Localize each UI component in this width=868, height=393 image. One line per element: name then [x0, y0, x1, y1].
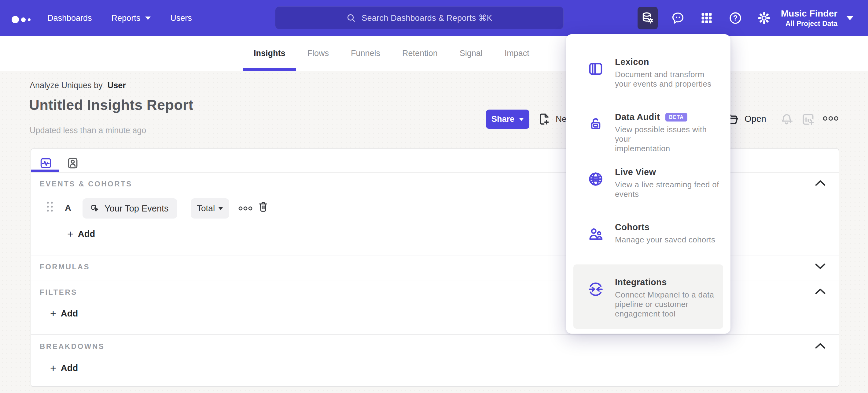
analyze-by-label: Analyze Uniques by — [30, 81, 103, 90]
integrations-sync-icon — [587, 281, 604, 298]
report-tabs: InsightsFlowsFunnelsRetentionSignalImpac… — [254, 36, 529, 71]
section-label-events: EVENTS & COHORTS — [40, 180, 132, 188]
search-icon — [346, 13, 356, 23]
lexicon-book-icon — [587, 61, 604, 77]
globe-icon — [587, 171, 604, 187]
gear-icon — [757, 11, 771, 25]
collapse-filters-chevron[interactable] — [814, 287, 827, 296]
project-caret-icon[interactable] — [847, 16, 853, 20]
event-click-icon — [90, 203, 100, 213]
menu-item-description: Manage your saved cohorts — [615, 235, 722, 245]
drag-handle-icon[interactable] — [46, 200, 54, 214]
event-selector-button[interactable]: Your Top Events — [83, 198, 177, 219]
delete-event-row-button[interactable] — [257, 200, 269, 213]
report-content: Analyze Uniques byUser Untitled Insights… — [0, 71, 868, 393]
aggregation-caret-icon — [218, 207, 223, 210]
section-label-breakdowns: BREAKDOWNS — [40, 342, 104, 351]
tab-chart-view[interactable] — [39, 157, 53, 170]
updated-timestamp: Updated less than a minute ago — [30, 126, 146, 135]
share-button[interactable]: Share — [486, 110, 529, 129]
aggregation-selector-button[interactable]: Total — [191, 198, 229, 219]
menu-item-data-audit[interactable]: Data AuditBETAView possible issues with … — [574, 108, 723, 164]
help-button[interactable]: ? — [728, 11, 742, 25]
nav-link-label: Users — [170, 13, 192, 23]
insights-pulse-icon — [39, 157, 53, 170]
profile-card-icon — [66, 157, 80, 170]
share-label: Share — [492, 114, 515, 124]
analyze-by-value[interactable]: User — [107, 81, 126, 90]
page-title[interactable]: Untitled Insights Report — [29, 96, 193, 113]
top-navbar: DashboardsReportsUsers Search Dashboards… — [0, 0, 868, 36]
plus-icon: + — [50, 308, 56, 319]
menu-item-live-view[interactable]: Live ViewView a live streaming feed of e… — [574, 164, 723, 219]
tab-signal[interactable]: Signal — [460, 36, 483, 71]
add-to-dashboard-button[interactable] — [801, 112, 815, 128]
create-alert-button[interactable] — [779, 112, 794, 128]
nav-link-label: Dashboards — [48, 13, 92, 23]
menu-item-title: Live View — [615, 167, 656, 177]
nav-link-dashboards[interactable]: Dashboards — [48, 13, 92, 23]
project-scope: All Project Data — [785, 19, 837, 28]
share-caret-icon — [519, 118, 524, 121]
plus-icon: + — [50, 363, 56, 373]
lock-audit-icon — [587, 116, 604, 132]
menu-item-lexicon[interactable]: LexiconDocument and transform your event… — [574, 53, 723, 108]
primary-nav: DashboardsReportsUsers — [48, 0, 192, 36]
chevron-down-icon — [145, 17, 151, 20]
menu-item-description: Document and transform your events and p… — [615, 70, 722, 89]
add-filter-button[interactable]: + Add — [50, 308, 78, 319]
menu-item-title: Integrations — [615, 277, 667, 287]
chart-plus-icon — [801, 112, 815, 127]
nav-link-reports[interactable]: Reports — [112, 13, 151, 23]
tab-flows[interactable]: Flows — [307, 36, 329, 71]
collapse-formulas-chevron[interactable] — [814, 262, 827, 270]
menu-item-title: Cohorts — [615, 222, 649, 232]
menu-item-integrations[interactable]: IntegrationsConnect Mixpanel to a data p… — [574, 264, 723, 329]
nav-link-users[interactable]: Users — [170, 13, 192, 23]
menu-item-description: Connect Mixpanel to a data pipeline or c… — [615, 290, 722, 319]
trash-icon — [257, 200, 269, 213]
menu-item-text: LexiconDocument and transform your event… — [615, 57, 722, 89]
apps-grid-icon — [700, 11, 714, 25]
menu-item-text: IntegrationsConnect Mixpanel to a data p… — [615, 277, 722, 319]
plus-icon: + — [67, 229, 73, 239]
menu-item-title: Data Audit — [615, 112, 660, 122]
bell-plus-icon — [779, 112, 794, 127]
tab-impact[interactable]: Impact — [505, 36, 529, 71]
apps-grid-button[interactable] — [700, 11, 714, 25]
menu-item-title: Lexicon — [615, 57, 649, 67]
menu-item-description: View a live streaming feed of events — [615, 180, 722, 199]
event-row-letter: A — [65, 203, 71, 213]
add-breakdown-label: Add — [61, 363, 78, 373]
tab-insights[interactable]: Insights — [254, 36, 285, 71]
more-actions-button[interactable] — [823, 116, 839, 122]
data-management-button[interactable] — [638, 7, 658, 29]
open-report-label: Open — [745, 114, 766, 124]
event-row-more-button[interactable] — [238, 206, 252, 212]
new-report-button[interactable]: New — [537, 112, 567, 126]
tab-funnels[interactable]: Funnels — [351, 36, 380, 71]
search-placeholder: Search Dashboards & Reports ⌘K — [362, 13, 492, 23]
analyze-by-line[interactable]: Analyze Uniques byUser — [30, 81, 126, 90]
database-gear-icon — [641, 11, 655, 25]
feedback-button[interactable] — [671, 11, 685, 25]
tab-profiles-view[interactable] — [66, 157, 80, 170]
add-event-button[interactable]: + Add — [67, 229, 95, 239]
svg-text:?: ? — [733, 14, 738, 22]
data-management-menu: LexiconDocument and transform your event… — [566, 34, 731, 334]
search-input[interactable]: Search Dashboards & Reports ⌘K — [275, 6, 564, 29]
cohorts-people-icon — [587, 226, 604, 243]
collapse-events-chevron[interactable] — [814, 179, 827, 187]
aggregation-value: Total — [197, 203, 215, 213]
menu-item-text: CohortsManage your saved cohorts — [615, 222, 722, 245]
collapse-breakdowns-chevron[interactable] — [814, 342, 827, 350]
mixpanel-logo-icon[interactable] — [11, 15, 33, 25]
event-name: Your Top Events — [104, 203, 169, 214]
tab-retention[interactable]: Retention — [402, 36, 438, 71]
settings-button[interactable] — [757, 11, 771, 25]
project-switcher[interactable]: Music Finder All Project Data — [781, 0, 837, 36]
beta-badge: BETA — [665, 113, 687, 121]
add-breakdown-button[interactable]: + Add — [50, 363, 78, 373]
menu-item-description: View possible issues with your implement… — [615, 125, 722, 153]
menu-item-text: Data AuditBETAView possible issues with … — [615, 112, 722, 153]
